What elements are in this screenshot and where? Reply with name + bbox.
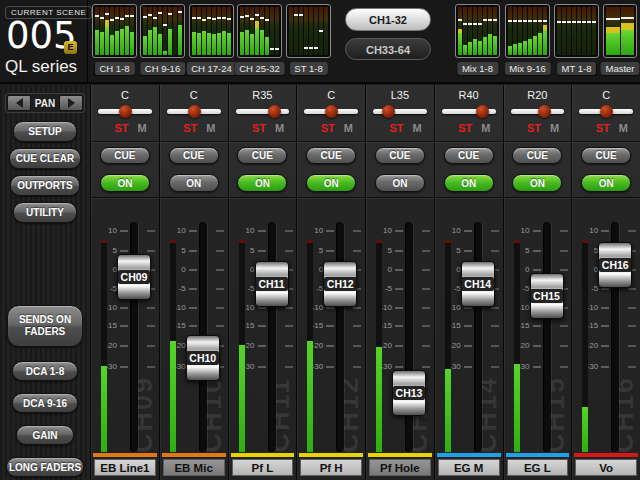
meter-bar [543,7,547,55]
pan-knob[interactable] [600,105,613,118]
sends-on-faders-button[interactable]: SENDS ON FADERS [7,305,83,347]
fader-cap-channel-label: CH16 [599,258,632,272]
meter-peak-hold [493,19,497,21]
meter-bar-level [202,31,206,55]
meter-bar [606,7,620,55]
fader-track[interactable] [474,222,482,452]
cue-button[interactable]: CUE [444,147,494,164]
scene-edit-badge: E [64,41,77,54]
cue-clear-button[interactable]: CUE CLEAR [9,148,81,169]
meter-group[interactable]: MT 1-8 [554,4,599,58]
channel-name-button[interactable]: EB Mic [163,459,225,476]
meter-group[interactable]: Master [603,4,637,58]
fader-track[interactable] [543,222,551,452]
fader-track[interactable] [405,222,413,452]
cue-button[interactable]: CUE [100,147,150,164]
meter-peak-hold [543,20,547,22]
bank-button-ch1-32[interactable]: CH1-32 [345,8,431,31]
pan-knob[interactable] [538,105,551,118]
tick-dash [189,269,197,271]
channel-name-button[interactable]: Vo [575,459,637,476]
utility-button[interactable]: UTILITY [13,202,77,223]
setup-button[interactable]: SETUP [13,121,77,142]
pan-knob[interactable] [382,105,395,118]
fader-track[interactable] [336,222,344,452]
on-button[interactable]: ON [306,174,356,192]
on-button[interactable]: ON [444,174,494,192]
pan-value-label: C [160,89,228,101]
on-button[interactable]: ON [237,174,287,192]
meter-bar-level [148,30,152,55]
cue-button[interactable]: CUE [375,147,425,164]
meter-peak-hold [523,20,527,22]
fader-cap[interactable]: CH09 [117,254,151,300]
assign-indicators: STM [390,122,422,134]
cue-button[interactable]: CUE [169,147,219,164]
tick-dash [285,307,293,309]
divider [91,141,159,142]
pan-knob[interactable] [119,105,132,118]
pan-knob[interactable] [476,105,489,118]
pan-slider-track[interactable] [373,109,427,114]
meter-group[interactable]: CH 17-24 [189,4,234,58]
meter-block [554,4,599,58]
on-button[interactable]: ON [169,174,219,192]
channel-color-bar [437,453,501,457]
stereo-assign-indicator: ST [390,122,404,134]
fader-cap[interactable]: CH14 [461,261,495,307]
meter-peak-hold [143,16,147,18]
mono-assign-indicator: M [206,122,215,134]
dca-9-16-button[interactable]: DCA 9-16 [12,393,78,413]
channel-name-button[interactable]: EB Line1 [94,459,156,476]
pan-knob[interactable] [268,105,281,118]
cue-button[interactable]: CUE [581,147,631,164]
channel-name-button[interactable]: Pf L [232,459,294,476]
channel-name-button[interactable]: Pf H [300,459,362,476]
pan-prev-arrow-button[interactable] [7,95,31,111]
assign-indicators: STM [183,122,215,134]
pan-knob[interactable] [188,105,201,118]
fader-cap[interactable]: CH15 [530,273,564,319]
channel-strip: C STM CUE ON 1050-5-10-15-20-30 CH09 CH0… [90,85,159,480]
meter-block [140,4,185,58]
fader-track[interactable] [268,222,276,452]
fader-scale-label: 5 [441,246,461,255]
pan-next-arrow-button[interactable] [59,95,83,111]
meter-group[interactable]: Mix 9-16 [505,4,550,58]
meter-group[interactable]: CH 25-32 [237,4,282,58]
meter-group[interactable]: Mix 1-8 [455,4,500,58]
on-button[interactable]: ON [375,174,425,192]
cue-button[interactable]: CUE [237,147,287,164]
fader-scale-label: 10 [510,226,530,235]
meter-peak-hold [538,20,542,22]
cue-button[interactable]: CUE [512,147,562,164]
channel-name-button[interactable]: Pf Hole [369,459,431,476]
assign-indicators: STM [252,122,284,134]
bank-button-ch33-64[interactable]: CH33-64 [345,38,431,60]
outports-button[interactable]: OUTPORTS [10,175,80,196]
fader-cap[interactable]: CH13 [392,370,426,416]
pan-slider-track[interactable] [236,109,290,114]
on-button[interactable]: ON [581,174,631,192]
fader-scale-label: 5 [97,246,117,255]
dca-1-8-button[interactable]: DCA 1-8 [12,361,78,381]
meter-group[interactable]: CH 9-16 [140,4,185,58]
long-faders-button[interactable]: LONG FADERS [6,457,84,477]
meter-group[interactable]: CH 1-8 [92,4,137,58]
fader-cap[interactable]: CH12 [323,261,357,307]
meter-bar [463,7,467,55]
gain-button[interactable]: GAIN [16,425,74,445]
fader-cap[interactable]: CH11 [255,261,289,307]
meter-bar [299,7,303,55]
channel-name-button[interactable]: EG M [438,459,500,476]
meter-peak-hold [197,17,201,19]
on-button[interactable]: ON [512,174,562,192]
right-arrow-icon [68,98,75,108]
fader-cap[interactable]: CH10 [186,335,220,381]
cue-button[interactable]: CUE [306,147,356,164]
pan-knob[interactable] [325,105,338,118]
channel-name-button[interactable]: EG L [507,459,569,476]
on-button[interactable]: ON [100,174,150,192]
fader-cap[interactable]: CH16 [598,242,632,288]
meter-group[interactable]: ST 1-8 [286,4,331,58]
